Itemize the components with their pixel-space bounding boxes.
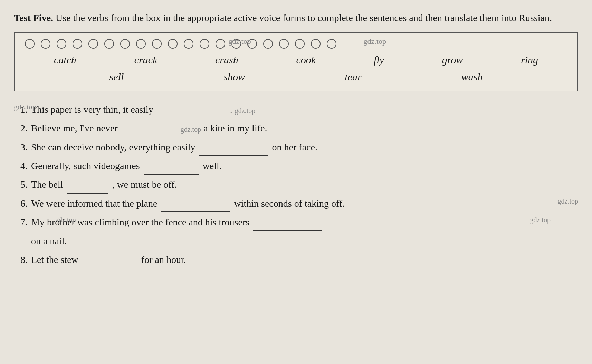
blank-2 (122, 136, 177, 137)
word-crack: crack (134, 52, 157, 68)
wm-sentence-7-right: gdz.top (530, 214, 551, 226)
wm-sentence-2: gdz.top (181, 126, 201, 133)
sentence-text-4: Generally, such videogames well. (31, 157, 578, 175)
sentence-num-3: 3. (14, 139, 28, 156)
word-box: gdz.top gdz.top catch crack (14, 32, 578, 91)
word-catch: catch (54, 52, 76, 68)
sentence-7-cont: on a nail. (14, 233, 578, 250)
sentence-num-5: 5. (14, 176, 28, 193)
dot-12 (200, 39, 209, 49)
word-wash: wash (461, 69, 483, 85)
dot-7 (120, 39, 130, 49)
dot-6 (104, 39, 114, 49)
dot-3 (57, 39, 66, 49)
sentence-6: 6. We were informed that the plane withi… (14, 195, 578, 212)
word-ring: ring (521, 52, 538, 68)
sentence-num-8: 8. (14, 251, 28, 268)
sentence-num-2: 2. (14, 120, 28, 137)
blank-1 (157, 117, 226, 118)
sentence-5: 5. The bell , we must be off. (14, 176, 578, 193)
dot-13 (216, 39, 225, 49)
wm-sentence-6: gdz.top (558, 195, 578, 207)
title-rest: Use the verbs from the box in the approp… (53, 12, 552, 23)
word-cook: cook (296, 52, 316, 68)
dot-19 (311, 39, 321, 49)
blank-6 (161, 211, 230, 212)
sentence-4: 4. Generally, such videogames well. (14, 157, 578, 175)
sentences: 1. This paper is very thin, it easily . … (14, 101, 578, 269)
dot-17 (279, 39, 289, 49)
dot-10 (168, 39, 178, 49)
sentence-3: 3. She can deceive nobody, everything ea… (14, 139, 578, 156)
sentence-text-1: This paper is very thin, it easily . gdz… (31, 101, 578, 118)
blank-4 (144, 173, 199, 175)
dot-2 (41, 39, 50, 49)
sentence-2: 2. Believe me, I've never gdz.top a kite… (14, 120, 578, 137)
dot-20 (327, 39, 336, 49)
sentence-1: 1. This paper is very thin, it easily . … (14, 101, 578, 118)
words-row2: sell show tear wash (25, 69, 567, 85)
words-row1: catch crack crash cook fly grow ring (25, 52, 567, 68)
word-sell: sell (109, 69, 124, 85)
sentence-text-8: Let the stew for an hour. (31, 251, 578, 268)
sentence-text-3: She can deceive nobody, everything easil… (31, 139, 578, 156)
dot-9 (152, 39, 162, 49)
sentence-num-7: 7. (14, 214, 28, 231)
blank-7 (253, 230, 322, 231)
sentence-7-block: gdz.top gdz.top 7. My brother was climbi… (14, 214, 578, 250)
wm-box-center: gdz.top (228, 36, 251, 47)
dots-row (25, 39, 567, 49)
page-content: gdz.top gdz.top Test Five. Use the verbs… (14, 7, 578, 268)
title-bold: Test Five. (14, 12, 53, 23)
dot-5 (88, 39, 98, 49)
dot-16 (263, 39, 273, 49)
sentence-num-4: 4. (14, 157, 28, 175)
dot-11 (184, 39, 193, 49)
sentence-8: 8. Let the stew for an hour. (14, 251, 578, 268)
sentence-text-2: Believe me, I've never gdz.top a kite in… (31, 120, 578, 137)
sentence-text-7: My brother was climbing over the fence a… (31, 214, 578, 231)
wm-sentence-7-left: gdz.top (55, 214, 76, 226)
instructions: gdz.top gdz.top Test Five. Use the verbs… (14, 10, 578, 26)
dot-4 (73, 39, 82, 49)
dot-18 (295, 39, 305, 49)
blank-8 (82, 267, 137, 268)
wm-section-left: gdz.top (14, 101, 36, 112)
wm-box-right: gdz.top (364, 36, 386, 47)
dot-1 (25, 39, 35, 49)
blank-3 (199, 155, 268, 156)
sentence-7: 7. My brother was climbing over the fenc… (14, 214, 578, 231)
dot-8 (136, 39, 146, 49)
word-grow: grow (442, 52, 463, 68)
sentence-num-6: 6. (14, 195, 28, 212)
wm-sentence-1: gdz.top (235, 107, 255, 114)
word-tear: tear (345, 69, 361, 85)
word-fly: fly (374, 52, 384, 68)
blank-5 (67, 192, 108, 194)
sentence-text-5: The bell , we must be off. (31, 176, 578, 193)
word-show: show (223, 69, 245, 85)
sentence-text-6: We were informed that the plane within s… (31, 195, 578, 212)
word-crash: crash (215, 52, 238, 68)
